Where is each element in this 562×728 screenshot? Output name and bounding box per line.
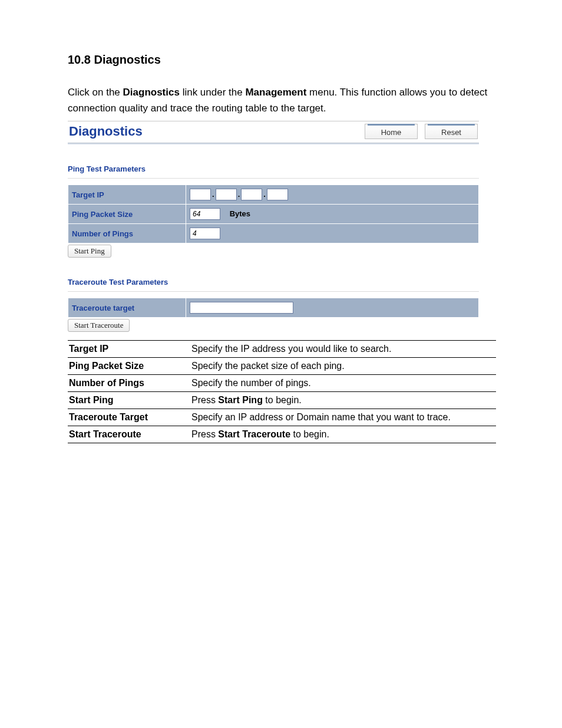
diagnostics-panel: Diagnostics Home Reset Ping Test Paramet… — [68, 121, 479, 332]
target-ip-octet-2[interactable] — [216, 189, 237, 200]
desc-label: Ping Packet Size — [68, 358, 189, 375]
description-table: Target IP Specify the IP address you wou… — [68, 340, 496, 443]
desc-bold: Start Traceroute — [218, 429, 290, 439]
desc-label: Start Traceroute — [68, 426, 189, 443]
desc-text: Specify the IP address you would like to… — [189, 341, 496, 358]
desc-text-span: Specify the number of pings. — [191, 378, 311, 388]
desc-label: Number of Pings — [68, 375, 189, 392]
ping-packet-size-label: Ping Packet Size — [68, 205, 186, 224]
desc-text-span: to begin. — [263, 395, 302, 405]
ip-separator: . — [262, 190, 267, 199]
traceroute-target-label: Traceroute target — [68, 298, 186, 318]
intro-bold-management: Management — [245, 87, 306, 98]
target-ip-octet-4[interactable] — [267, 189, 288, 200]
target-ip-octet-1[interactable] — [190, 189, 211, 200]
home-button[interactable]: Home — [365, 124, 418, 139]
desc-text: Specify the number of pings. — [189, 375, 496, 392]
number-of-pings-label: Number of Pings — [68, 224, 186, 243]
traceroute-section-title: Traceroute Test Parameters — [68, 278, 479, 286]
desc-text-span: Specify an IP address or Domain name tha… — [191, 412, 451, 422]
intro-paragraph: Click on the Diagnostics link under the … — [68, 84, 497, 116]
table-row: Target IP Specify the IP address you wou… — [68, 341, 496, 358]
panel-header-buttons: Home Reset — [365, 124, 478, 139]
table-row: Traceroute target — [68, 298, 479, 318]
ip-separator: . — [211, 190, 216, 199]
intro-text: Click on the — [68, 87, 123, 98]
reset-button[interactable]: Reset — [425, 124, 478, 139]
desc-text: Press Start Traceroute to begin. — [189, 426, 496, 443]
traceroute-action-row: Start Traceroute — [68, 319, 479, 332]
desc-text: Specify an IP address or Domain name tha… — [189, 409, 496, 426]
desc-label: Target IP — [68, 341, 189, 358]
desc-text: Specify the packet size of each ping. — [189, 358, 496, 375]
ping-action-row: Start Ping — [68, 245, 479, 258]
desc-label: Traceroute Target — [68, 409, 189, 426]
number-of-pings-cell — [186, 224, 479, 243]
table-row: Number of Pings — [68, 224, 479, 243]
table-row: Ping Packet Size Bytes — [68, 205, 479, 224]
start-traceroute-button[interactable]: Start Traceroute — [68, 319, 130, 332]
divider — [68, 291, 479, 292]
target-ip-label: Target IP — [68, 185, 186, 205]
panel-title: Diagnostics — [69, 124, 143, 139]
panel-header: Diagnostics Home Reset — [68, 121, 479, 143]
table-row: Start Traceroute Press Start Traceroute … — [68, 426, 496, 443]
ping-params-table: Target IP ... Ping Packet Size Bytes Num… — [68, 185, 479, 243]
traceroute-target-input[interactable] — [190, 302, 293, 314]
ping-packet-size-input[interactable] — [190, 208, 220, 220]
section-heading: 10.8 Diagnostics — [68, 53, 497, 67]
desc-text-span: to begin. — [290, 429, 329, 439]
divider — [68, 178, 479, 179]
table-row: Ping Packet Size Specify the packet size… — [68, 358, 496, 375]
desc-text-span: Press — [191, 429, 218, 439]
target-ip-octet-3[interactable] — [241, 189, 262, 200]
desc-bold: Start Ping — [218, 395, 263, 405]
desc-text-span: Press — [191, 395, 218, 405]
desc-label: Start Ping — [68, 392, 189, 409]
table-row: Target IP ... — [68, 185, 479, 205]
table-row: Number of Pings Specify the number of pi… — [68, 375, 496, 392]
ping-packet-size-cell: Bytes — [186, 205, 479, 224]
ping-packet-size-unit: Bytes — [230, 209, 250, 218]
desc-text-span: Specify the packet size of each ping. — [191, 361, 345, 371]
ip-separator: . — [237, 190, 242, 199]
number-of-pings-input[interactable] — [190, 228, 220, 239]
intro-bold-diagnostics: Diagnostics — [123, 87, 180, 98]
table-row: Traceroute Target Specify an IP address … — [68, 409, 496, 426]
ping-section-title: Ping Test Parameters — [68, 164, 479, 173]
desc-text-span: Specify the IP address you would like to… — [191, 344, 391, 354]
header-divider — [68, 143, 479, 144]
intro-text: link under the — [180, 87, 246, 98]
table-row: Start Ping Press Start Ping to begin. — [68, 392, 496, 409]
traceroute-params-table: Traceroute target — [68, 298, 479, 318]
start-ping-button[interactable]: Start Ping — [68, 245, 111, 258]
target-ip-cell: ... — [186, 185, 479, 205]
desc-text: Press Start Ping to begin. — [189, 392, 496, 409]
traceroute-target-cell — [186, 298, 479, 318]
